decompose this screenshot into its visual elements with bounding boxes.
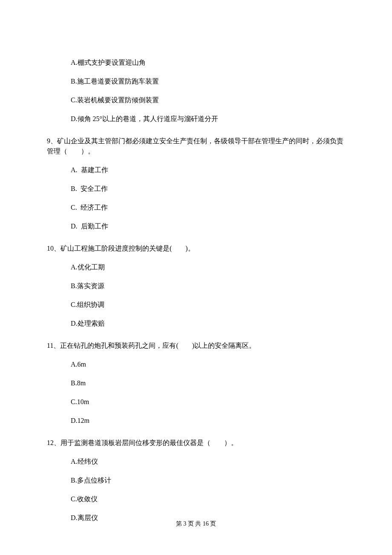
q11-option-c: C.10m: [47, 397, 345, 407]
q8-option-d: D.倾角 25°以上的巷道，其人行道应与溜矸道分开: [47, 114, 345, 124]
q10-option-c: C.组织协调: [47, 300, 345, 310]
q10-stem: 10、矿山工程施工阶段进度控制的关键是( )。: [47, 243, 345, 254]
q10-option-a: A.优化工期: [47, 262, 345, 272]
q12-option-c: C.收敛仪: [47, 494, 345, 504]
q8-option-a: A.棚式支护要设置迎山角: [47, 58, 345, 68]
q11-stem: 11、正在钻孔的炮孔和预装药孔之间，应有( )以上的安全隔离区。: [47, 341, 345, 351]
q10-option-b: B.落实资源: [47, 281, 345, 291]
q9-stem: 9、矿山企业及其主管部门都必须建立安全生产责任制，各级领导干部在管理生产的同时，…: [47, 136, 345, 156]
q8-option-b: B.施工巷道要设置防跑车装置: [47, 76, 345, 87]
q12-option-a: A.经纬仪: [47, 457, 345, 467]
q8-option-c: C.装岩机械要设置防倾倒装置: [47, 95, 345, 105]
q12-stem: 12、用于监测巷道顶板岩层间位移变形的最佳仪器是（ ）。: [47, 438, 345, 448]
q10-option-d: D.处理索赔: [47, 318, 345, 329]
q11-option-b: B.8m: [47, 378, 345, 388]
q9-option-a: A. 基建工作: [47, 165, 345, 175]
page-footer: 第 3 页 共 16 页: [0, 520, 392, 528]
q9-options: A. 基建工作 B. 安全工作 C. 经济工作 D. 后勤工作: [47, 165, 345, 231]
q11-option-a: A.6m: [47, 359, 345, 370]
q9-option-b: B. 安全工作: [47, 184, 345, 194]
q12-option-b: B.多点位移计: [47, 475, 345, 486]
q10-options: A.优化工期 B.落实资源 C.组织协调 D.处理索赔: [47, 262, 345, 329]
q11-options: A.6m B.8m C.10m D.12m: [47, 359, 345, 426]
q11-option-d: D.12m: [47, 416, 345, 426]
q9-option-c: C. 经济工作: [47, 202, 345, 213]
document-page: A.棚式支护要设置迎山角 B.施工巷道要设置防跑车装置 C.装岩机械要设置防倾倒…: [0, 0, 392, 555]
q9-option-d: D. 后勤工作: [47, 221, 345, 231]
q12-options: A.经纬仪 B.多点位移计 C.收敛仪 D.离层仪: [47, 457, 345, 523]
